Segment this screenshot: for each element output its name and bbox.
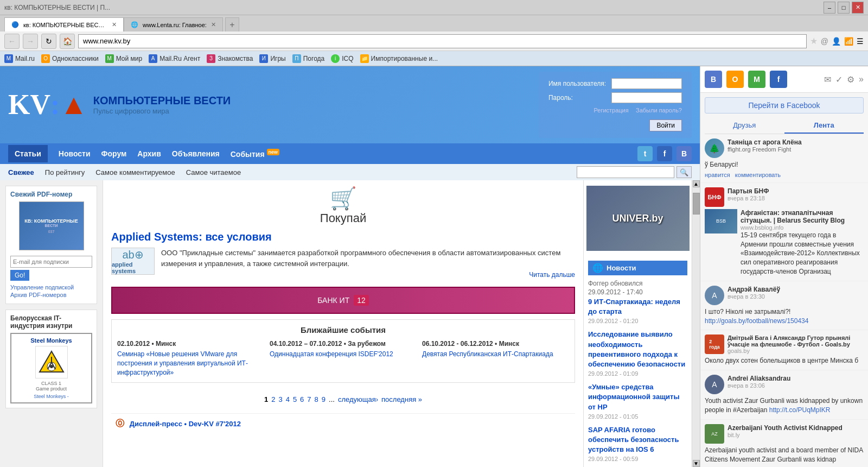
- bookmark-icq[interactable]: i ICQ: [331, 54, 353, 63]
- display-press-link[interactable]: Дисплей-пресс • Dev-KV #7'2012: [130, 420, 241, 428]
- fb-comment-1[interactable]: комментировать: [735, 172, 781, 178]
- page-2-link[interactable]: 2: [271, 395, 275, 403]
- fb-tab-feed[interactable]: Лента: [784, 118, 864, 134]
- filter-most-read[interactable]: Самое читаемое: [186, 168, 241, 176]
- event-2-link[interactable]: Одиннадцатая конференция ISDEF'2012: [270, 350, 417, 359]
- nav-twitter-btn[interactable]: t: [637, 146, 653, 161]
- fb-post-1-text: ў Беларусі!: [705, 160, 864, 169]
- main-scrollbar[interactable]: ▲ ▼: [692, 180, 700, 467]
- scroll-up-btn[interactable]: ▲: [693, 180, 700, 187]
- fb-mir-btn[interactable]: М: [748, 71, 765, 88]
- pdf-archive-link[interactable]: Архив PDF-номеров: [10, 292, 92, 298]
- fb-tab-friends[interactable]: Друзья: [705, 118, 784, 134]
- nav-forum[interactable]: Форум: [101, 149, 127, 158]
- event-1-link[interactable]: Семинар «Новые решения VMware для постро…: [117, 350, 264, 377]
- page-8-link[interactable]: 8: [315, 395, 318, 403]
- pdf-links: Управление подпиской Архив PDF-номеров: [10, 284, 92, 298]
- page-5-link[interactable]: 5: [293, 395, 297, 403]
- login-button[interactable]: Войти: [649, 119, 682, 131]
- fb-like-1[interactable]: нравится: [705, 172, 730, 178]
- home-btn[interactable]: 🏠: [60, 34, 75, 49]
- bookmark-mailru[interactable]: М Mail.ru: [4, 54, 35, 63]
- dp-number-icon: ⓪: [116, 419, 124, 428]
- forward-btn[interactable]: →: [23, 34, 38, 49]
- news-4-link[interactable]: SAP AFARIA готово обеспечить безопасност…: [588, 425, 687, 455]
- search-button[interactable]: 🔍: [676, 166, 692, 178]
- reload-btn[interactable]: ↻: [41, 34, 56, 49]
- nav-facebook-btn[interactable]: f: [657, 146, 672, 161]
- nav-events[interactable]: События new: [231, 149, 279, 159]
- page-7-link[interactable]: 7: [307, 395, 311, 403]
- pdf-section: Свежий PDF-номер КВ: КОМПЬЮТЕРНЫЕ ВЕСТИ …: [5, 186, 97, 304]
- bookmark-moimir[interactable]: М Мой мир: [105, 54, 142, 63]
- bookmark-imported[interactable]: 📁 Импортированные и...: [360, 54, 438, 63]
- tab-close-btn[interactable]: ✕: [112, 21, 117, 28]
- next-page-link[interactable]: следующая›: [338, 395, 378, 403]
- kv-left-column: Свежий PDF-номер КВ: КОМПЬЮТЕРНЫЕ ВЕСТИ …: [0, 180, 103, 467]
- news-1-link[interactable]: 9 ИТ-Спартакиада: неделя до старта: [588, 297, 687, 317]
- bookmark-pogoda[interactable]: П Погода: [292, 54, 325, 63]
- bank-banner[interactable]: БАНК ИТ 12: [111, 287, 575, 314]
- news-2-link[interactable]: Исследование выявило необходимость преве…: [588, 330, 687, 369]
- fb-fb-btn[interactable]: f: [770, 71, 787, 88]
- nav-news[interactable]: Новости: [59, 149, 91, 158]
- news-3-link[interactable]: «Умные» средства информационной защиты о…: [588, 382, 687, 412]
- pdf-email-input[interactable]: [10, 256, 92, 268]
- profile-icon[interactable]: 👤: [832, 37, 841, 46]
- fb-check-icon[interactable]: ✓: [835, 74, 843, 85]
- tab-active[interactable]: 🔵 кв: КОМПЬЮТЕРНЫЕ ВЕСТИ | П... ✕: [4, 17, 124, 31]
- user-icon[interactable]: @: [821, 37, 828, 46]
- fb-expand-icon[interactable]: »: [859, 74, 864, 85]
- fb-post-2-url: www.bsblog.info: [741, 224, 864, 231]
- bookmark-odnoklassniki[interactable]: О Одноклассники: [41, 54, 99, 63]
- page-9-link[interactable]: 9: [322, 395, 326, 403]
- nav-vk-btn[interactable]: В: [676, 146, 692, 161]
- page-3-link[interactable]: 3: [278, 395, 282, 403]
- close-btn[interactable]: ✕: [852, 2, 864, 14]
- nav-articles[interactable]: Статьи: [8, 145, 48, 162]
- fb-vk-btn[interactable]: В: [705, 71, 722, 88]
- bookmark-znakomstva[interactable]: З Знакомства: [207, 54, 253, 63]
- fb-mail-icon[interactable]: ✉: [824, 74, 831, 85]
- page-4-link[interactable]: 4: [286, 395, 290, 403]
- fb-post-3-link[interactable]: http://goals.by/football/news/150434: [705, 317, 808, 325]
- filter-rating[interactable]: По рейтингу: [45, 168, 85, 176]
- username-input[interactable]: [611, 78, 682, 89]
- forgot-password-link[interactable]: Забыли пароль?: [636, 107, 682, 113]
- search-input[interactable]: [577, 166, 674, 178]
- page-6-link[interactable]: 6: [300, 395, 304, 403]
- znakomstva-icon: З: [207, 54, 215, 63]
- fb-post-5-link[interactable]: http://t.co/PUqMpIKR: [769, 406, 831, 414]
- tab-inactive-close-btn[interactable]: ✕: [211, 21, 216, 28]
- cart-icon: 🛒: [330, 186, 357, 211]
- bookmark-star-icon[interactable]: ★: [810, 36, 818, 46]
- url-input[interactable]: [78, 34, 807, 48]
- filter-most-commented[interactable]: Самое комментируемое: [95, 168, 175, 176]
- filter-fresh[interactable]: Свежее: [8, 168, 34, 176]
- last-page-link[interactable]: последняя »: [381, 395, 422, 403]
- menu-icon[interactable]: ☰: [857, 37, 864, 46]
- maximize-btn[interactable]: □: [838, 2, 850, 14]
- new-tab-btn[interactable]: +: [225, 17, 239, 31]
- tab-inactive[interactable]: 🌐 www.Lenta.ru: Главное: ✕: [124, 17, 223, 31]
- nav-ads[interactable]: Объявления: [172, 149, 220, 158]
- window-controls: – □ ✕: [824, 2, 864, 14]
- goto-facebook-button[interactable]: Перейти в Facebook: [705, 97, 864, 113]
- minimize-btn[interactable]: –: [824, 2, 835, 14]
- bookmark-igry[interactable]: И Игры: [259, 54, 285, 63]
- article-title-link[interactable]: Applied Systems: все условия: [111, 231, 272, 243]
- pdf-manage-link[interactable]: Управление подпиской: [10, 284, 92, 291]
- bookmark-mailru-agent[interactable]: A Mail.Ru Агент: [149, 54, 200, 63]
- register-link[interactable]: Регистрация: [593, 107, 628, 113]
- scroll-thumb[interactable]: [693, 193, 700, 214]
- read-more-link[interactable]: Читать дальше: [161, 271, 575, 279]
- back-btn[interactable]: ←: [4, 34, 20, 49]
- nav-archive[interactable]: Архив: [137, 149, 161, 158]
- fb-gear-icon[interactable]: ⚙: [847, 74, 854, 85]
- pdf-go-button[interactable]: Go!: [10, 270, 29, 281]
- scroll-down-btn[interactable]: ▼: [693, 460, 700, 467]
- fb-ok-btn[interactable]: О: [726, 71, 744, 88]
- password-input[interactable]: [611, 92, 682, 103]
- event-3-link[interactable]: Девятая Республиканская ИТ-Спартакиада: [422, 350, 569, 359]
- bookmark-pogoda-label: Погода: [303, 55, 325, 62]
